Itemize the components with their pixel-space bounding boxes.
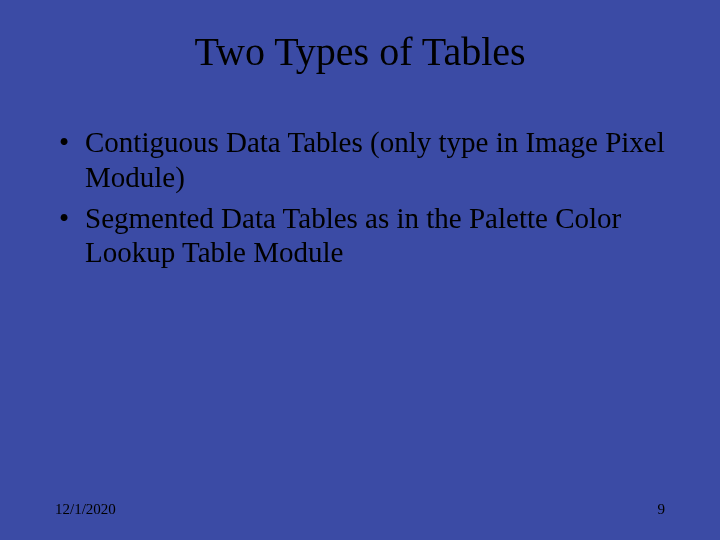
bullet-item: Segmented Data Tables as in the Palette … [55,201,665,271]
slide-title: Two Types of Tables [0,0,720,125]
bullet-list: Contiguous Data Tables (only type in Ima… [0,125,720,270]
footer-page-number: 9 [658,501,666,518]
slide-footer: 12/1/2020 9 [0,501,720,518]
bullet-item: Contiguous Data Tables (only type in Ima… [55,125,665,195]
footer-date: 12/1/2020 [55,501,116,518]
